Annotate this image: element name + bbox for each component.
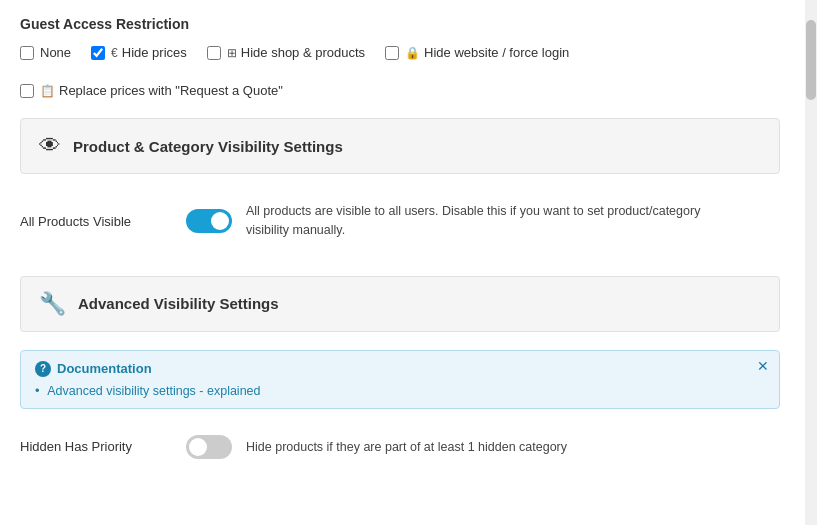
all-products-label: All Products Visible [20,214,170,229]
hidden-priority-row: Hidden Has Priority Hide products if the… [20,425,780,477]
hidden-priority-description: Hide products if they are part of at lea… [246,438,567,457]
doc-title: Documentation [57,361,152,376]
euro-icon: € [111,45,118,62]
label-hide-prices[interactable]: € Hide prices [111,44,187,62]
guest-access-title: Guest Access Restriction [20,16,780,32]
label-hide-shop[interactable]: ⊞ Hide shop & products [227,44,365,62]
eye-icon: 👁 [39,133,61,159]
option-replace-prices: 📋 Replace prices with "Request a Quote" [20,82,283,100]
all-products-toggle-container: All products are visible to all users. D… [186,202,726,240]
toggle-slider-hidden-priority [186,435,232,459]
question-icon: ? [35,361,51,377]
label-replace-prices[interactable]: 📋 Replace prices with "Request a Quote" [40,82,283,100]
all-products-toggle[interactable] [186,209,232,233]
doc-close-button[interactable]: ✕ [757,359,769,373]
quote-icon: 📋 [40,83,55,100]
all-products-visible-row: All Products Visible All products are vi… [20,192,780,258]
hidden-priority-label: Hidden Has Priority [20,439,170,454]
guest-access-options: None € Hide prices ⊞ Hide shop & product… [20,44,780,100]
advanced-visibility-panel: 🔧 Advanced Visibility Settings [20,276,780,332]
hide-website-text: Hide website / force login [424,44,569,62]
doc-link[interactable]: Advanced visibility settings - explained [47,384,260,398]
option-hide-shop: ⊞ Hide shop & products [207,44,365,62]
scrollbar-thumb[interactable] [806,20,816,100]
checkbox-replace-prices[interactable] [20,84,34,98]
doc-header: ? Documentation [35,361,765,377]
hide-prices-text: Hide prices [122,44,187,62]
shop-icon: ⊞ [227,45,237,62]
all-products-description: All products are visible to all users. D… [246,202,726,240]
wrench-icon: 🔧 [39,291,66,317]
hidden-priority-toggle-container: Hide products if they are part of at lea… [186,435,567,459]
checkbox-none[interactable] [20,46,34,60]
option-hide-prices: € Hide prices [91,44,187,62]
replace-prices-text: Replace prices with "Request a Quote" [59,82,283,100]
checkbox-hide-website[interactable] [385,46,399,60]
label-none[interactable]: None [40,44,71,62]
hide-shop-text: Hide shop & products [241,44,365,62]
product-visibility-title: Product & Category Visibility Settings [73,138,343,155]
option-none: None [20,44,71,62]
product-visibility-panel: 👁 Product & Category Visibility Settings [20,118,780,174]
hidden-priority-toggle[interactable] [186,435,232,459]
doc-link-row: • Advanced visibility settings - explain… [35,383,765,398]
advanced-visibility-title: Advanced Visibility Settings [78,295,279,312]
checkbox-hide-shop[interactable] [207,46,221,60]
documentation-box: ? Documentation • Advanced visibility se… [20,350,780,409]
bullet-icon: • [35,383,40,398]
none-text: None [40,44,71,62]
toggle-slider-all-products [186,209,232,233]
checkbox-hide-prices[interactable] [91,46,105,60]
lock-icon: 🔒 [405,45,420,62]
label-hide-website[interactable]: 🔒 Hide website / force login [405,44,569,62]
guest-access-section: Guest Access Restriction None € Hide pri… [20,16,780,100]
option-hide-website: 🔒 Hide website / force login [385,44,569,62]
scrollbar-track [805,0,817,525]
main-content: Guest Access Restriction None € Hide pri… [0,0,800,493]
